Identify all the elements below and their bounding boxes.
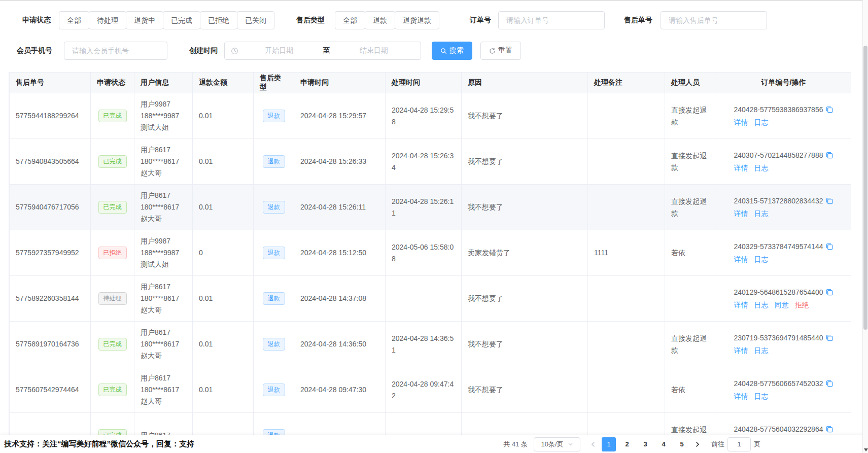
column-header-9: 处理备注 [588,73,665,93]
apply-time-cell: 2024-04-28 14:36:50 [294,322,386,367]
log-link[interactable]: 日志 [754,255,769,263]
scrollbar-thumb[interactable] [863,46,867,330]
order-no-input[interactable] [498,11,605,29]
status-option-待处理[interactable]: 待处理 [89,11,126,29]
user-info-line: 用户8617 [141,372,186,384]
user-info-line: 180****8617 [141,338,186,350]
handler-cell: 若依 [665,367,715,413]
copy-icon[interactable] [825,152,833,160]
user-info-line: 测试大姐 [141,122,186,133]
detail-link[interactable]: 详情 [734,164,748,172]
order-actions: 详情日志 [734,345,834,357]
aftersale-no-label: 售后单号 [624,16,652,25]
page-size-select[interactable]: 10条/页 [534,437,580,451]
order-cell: 240428-5775606657452032详情日志 [715,367,852,413]
status-option-全部[interactable]: 全部 [59,11,89,29]
user-info-cell: 用户8617180****8617赵大哥 [134,139,193,185]
aftersale-no-cell: 5775891970164736 [10,322,91,367]
phone-input[interactable] [64,42,167,60]
log-link[interactable]: 日志 [754,301,769,309]
apply-time-cell: 2024-04-28 15:26:33 [294,139,386,185]
copy-icon[interactable] [825,198,833,206]
aftersale-table: 售后单号申请状态用户信息退款金额售后类型申请时间处理时间原因处理备注处理人员订单… [9,72,851,435]
status-badge: 已完成 [98,155,127,168]
scrollbar-down-arrow[interactable] [864,448,868,451]
handle-time-cell: 2024-04-28 15:26:11 [386,185,462,230]
search-button[interactable]: 搜索 [432,42,472,60]
apply-time-cell: 2024-04-28 15:26:11 [294,185,386,230]
type-badge: 退款 [263,247,285,259]
type-option-全部[interactable]: 全部 [335,11,365,29]
status-cell: 已完成 [91,139,134,185]
detail-link[interactable]: 详情 [734,255,748,263]
copy-icon[interactable] [825,380,833,389]
copy-icon[interactable] [825,335,833,343]
status-option-已完成[interactable]: 已完成 [163,11,200,29]
next-page-button[interactable] [691,437,704,451]
refund-amount-cell [193,413,254,435]
copy-icon[interactable] [825,107,833,115]
end-date-placeholder[interactable]: 结束日期 [333,46,415,55]
reason-cell: 我不想要了 [462,185,588,230]
apply-time-cell: 2024-04-28 14:37:08 [294,276,386,322]
log-link[interactable]: 日志 [754,346,769,355]
vertical-scrollbar [862,0,868,453]
status-badge: 已完成 [98,384,127,396]
apply-time-cell [294,413,386,435]
page-button-4[interactable]: 4 [656,437,671,451]
reject-link[interactable]: 拒绝 [795,301,809,309]
approve-link[interactable]: 同意 [775,301,789,309]
column-header-8: 原因 [462,73,588,93]
type-option-退款[interactable]: 退款 [365,11,395,29]
status-option-已关闭[interactable]: 已关闭 [237,11,274,29]
reason-cell: 我不想要了 [462,93,588,139]
detail-link[interactable]: 详情 [734,392,748,400]
column-header-3: 用户信息 [134,73,193,93]
order-block: 240428-5775604032292864详情日志 [734,424,834,435]
goto-page-input[interactable] [727,437,751,451]
page-button-3[interactable]: 3 [638,437,652,451]
table-row: 5775891970164736已完成用户8617180****8617赵大哥0… [10,322,852,367]
type-cell: 退款 [254,413,294,435]
status-option-已拒绝[interactable]: 已拒绝 [200,11,237,29]
type-filter-label: 售后类型 [296,16,325,25]
footer-bar: 技术支持：关注“编写美好前程”微信公众号，回复：支持 共 41 条 10条/页 … [0,435,868,453]
remark-cell [588,139,665,185]
type-badge: 退款 [263,155,285,168]
refund-amount-cell: 0.01 [193,185,254,230]
handle-time-cell: 2024-04-28 15:29:58 [386,93,462,139]
detail-link[interactable]: 详情 [734,118,748,126]
page-button-2[interactable]: 2 [620,437,634,451]
type-badge: 退款 [263,201,285,214]
order-block: 240428-5775938386937856详情日志 [734,104,834,128]
status-option-退货中[interactable]: 退货中 [126,11,163,29]
log-link[interactable]: 日志 [754,392,769,400]
user-info-line: 用户8617 [141,327,186,338]
copy-icon[interactable] [825,426,833,434]
order-block: 240329-5733784749574144详情日志 [734,241,834,265]
detail-link[interactable]: 详情 [734,301,748,309]
copy-icon[interactable] [825,243,833,252]
order-cell: 240307-5702144858277888详情日志 [715,139,852,185]
log-link[interactable]: 日志 [754,164,769,172]
date-range-picker[interactable]: 开始日期 至 结束日期 [224,42,421,60]
reset-button[interactable]: 重置 [480,42,521,60]
aftersale-no-cell: 5775892260358144 [10,276,91,322]
aftersale-no-input[interactable] [661,11,767,29]
order-no: 240428-5775604032292864 [734,424,834,435]
type-option-退货退款[interactable]: 退货退款 [395,11,439,29]
copy-icon[interactable] [825,289,833,297]
log-link[interactable]: 日志 [754,210,769,218]
detail-link[interactable]: 详情 [734,346,748,355]
page-button-5[interactable]: 5 [675,437,689,451]
goto-label: 前往 [711,440,724,449]
create-time-label: 创建时间 [189,46,218,55]
user-info-line: 赵大哥 [141,167,186,179]
handler-cell: 若依 [665,230,715,276]
user-info-cell: 用户9987188****9987测试大姐 [134,93,193,139]
page-button-1[interactable]: 1 [602,437,616,451]
detail-link[interactable]: 详情 [734,210,748,218]
log-link[interactable]: 日志 [754,118,769,126]
start-date-placeholder[interactable]: 开始日期 [238,46,320,55]
prev-page-button[interactable] [586,437,600,451]
